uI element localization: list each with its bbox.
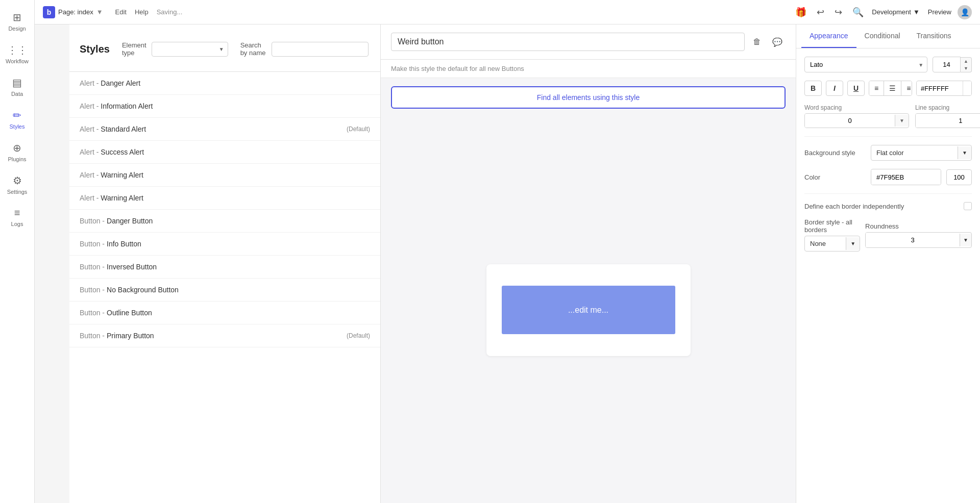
menu-edit[interactable]: Edit: [115, 8, 127, 16]
styles-header: Styles Element type ▼ Search by name 🎨 A…: [69, 24, 380, 72]
element-type-label: Element type: [122, 41, 146, 57]
preview-card: ...edit me...: [486, 264, 691, 356]
nav-label-logs: Logs: [11, 221, 23, 227]
nav-item-settings[interactable]: ⚙ Settings: [0, 168, 34, 201]
plugins-icon: ⊕: [13, 142, 21, 154]
style-item-name: Standard Alert: [101, 125, 146, 133]
nav-item-styles[interactable]: ✏ Styles: [0, 103, 34, 136]
element-type-select-wrapper: ▼: [152, 42, 228, 57]
style-category: Button -: [80, 286, 105, 294]
line-spacing-input[interactable]: [916, 114, 980, 128]
preview-area: ...edit me...: [381, 117, 796, 503]
styles-list: Alert - Danger Alert Alert - Information…: [69, 72, 380, 503]
style-list-item[interactable]: Button - Inversed Button: [69, 256, 380, 279]
align-center-button[interactable]: ☰: [884, 81, 901, 95]
subtitle-text: Make this style the default for all new …: [391, 65, 524, 72]
font-size-down-icon[interactable]: ▼: [961, 65, 971, 72]
page-dropdown-icon[interactable]: ▼: [96, 8, 103, 16]
italic-button[interactable]: I: [826, 81, 843, 96]
delete-style-button[interactable]: 🗑: [750, 34, 764, 49]
line-spacing-label: Line spacing: [915, 104, 980, 111]
styles-title: Styles: [80, 43, 110, 55]
underline-button[interactable]: U: [847, 81, 865, 96]
style-item-name: Outline Button: [107, 309, 152, 317]
environment-selector[interactable]: Development ▼: [872, 8, 919, 16]
style-list-item[interactable]: Alert - Warning Alert: [69, 164, 380, 187]
search-icon[interactable]: 🔍: [850, 5, 866, 20]
comment-button[interactable]: 💬: [769, 34, 786, 50]
tab-transitions-label: Transitions: [917, 32, 951, 40]
nav-label-data: Data: [11, 91, 23, 97]
roundness-arrow-icon[interactable]: ▼: [960, 234, 971, 246]
border-independent-label: Define each border independently: [804, 203, 959, 210]
style-list-item[interactable]: Alert - Information Alert: [69, 95, 380, 118]
word-spacing-label: Word spacing: [804, 104, 909, 111]
page-name: Page: index: [58, 8, 93, 16]
background-style-label: Background style: [804, 149, 866, 157]
style-list-item[interactable]: Alert - Success Alert: [69, 141, 380, 164]
font-family-select[interactable]: Lato: [804, 57, 927, 72]
preview-button[interactable]: Preview: [928, 8, 951, 16]
text-color-hex-input[interactable]: [917, 82, 963, 95]
style-list-item[interactable]: Button - No Background Button: [69, 279, 380, 301]
word-spacing-arrow-icon[interactable]: ▼: [895, 115, 909, 127]
font-size-up-icon[interactable]: ▲: [961, 58, 971, 65]
style-list-item[interactable]: Alert - Danger Alert: [69, 72, 380, 95]
align-right-button[interactable]: ≡: [901, 81, 912, 95]
style-category: Button -: [80, 263, 105, 271]
align-left-button[interactable]: ≡: [869, 81, 884, 95]
preview-button-text: ...edit me...: [568, 306, 608, 315]
text-color-swatch[interactable]: [963, 81, 971, 95]
divider-1: [804, 136, 972, 137]
tab-transitions[interactable]: Transitions: [909, 24, 960, 48]
font-size-stepper[interactable]: ▲ ▼: [961, 57, 972, 72]
topbar: b Page: index ▼ Edit Help Saving... 🎁 ↩ …: [35, 0, 980, 24]
border-independent-checkbox[interactable]: [964, 202, 972, 210]
find-elements-button[interactable]: Find all elements using this style: [391, 86, 786, 109]
style-list-item[interactable]: Button - Outline Button: [69, 301, 380, 324]
style-category: Alert -: [80, 171, 99, 179]
nav-item-workflow[interactable]: ⋮⋮ Workflow: [0, 38, 34, 70]
topbar-menu: Edit Help Saving...: [115, 8, 183, 16]
nav-item-data[interactable]: ▤ Data: [0, 70, 34, 103]
font-size-input[interactable]: [933, 57, 961, 72]
user-avatar[interactable]: 👤: [958, 5, 972, 19]
style-item-name: Danger Alert: [101, 79, 140, 87]
border-style-dropdown[interactable]: None ▼: [804, 236, 860, 252]
color-hex-input[interactable]: [871, 170, 941, 185]
bold-button[interactable]: B: [804, 81, 822, 96]
spacing-row: Word spacing ▼ Line spacing ▼ Letter spa…: [804, 104, 972, 128]
menu-help[interactable]: Help: [135, 8, 149, 16]
word-spacing-input[interactable]: [805, 114, 895, 128]
nav-item-logs[interactable]: ≡ Logs: [0, 201, 34, 233]
style-list-item[interactable]: Button - Danger Button: [69, 210, 380, 233]
properties-tabs: Appearance Conditional Transitions: [796, 24, 980, 48]
style-list-item[interactable]: Button - Info Button: [69, 233, 380, 256]
background-style-dropdown[interactable]: Flat color ▼: [871, 145, 972, 161]
redo-icon[interactable]: ↪: [832, 5, 844, 20]
styles-icon: ✏: [13, 109, 21, 121]
nav-item-design[interactable]: ⊞ Design: [0, 5, 34, 38]
style-category: Alert -: [80, 102, 99, 110]
gift-icon[interactable]: 🎁: [793, 5, 808, 20]
tab-conditional[interactable]: Conditional: [856, 24, 909, 48]
style-item-name: No Background Button: [107, 286, 179, 294]
nav-item-plugins[interactable]: ⊕ Plugins: [0, 136, 34, 168]
search-input[interactable]: [272, 42, 369, 57]
preview-button[interactable]: ...edit me...: [502, 286, 675, 334]
color-label: Color: [804, 173, 866, 181]
style-list-item[interactable]: Button - Primary Button (Default): [69, 324, 380, 347]
opacity-input[interactable]: [946, 169, 972, 185]
style-item-name: Inversed Button: [107, 263, 157, 271]
roundness-input[interactable]: [866, 233, 960, 247]
style-category: Alert -: [80, 125, 99, 133]
environment-label: Development: [872, 8, 911, 16]
style-name-input[interactable]: [391, 33, 745, 51]
style-list-item[interactable]: Alert - Warning Alert: [69, 187, 380, 210]
tab-appearance[interactable]: Appearance: [801, 24, 856, 48]
style-list-item[interactable]: Alert - Standard Alert (Default): [69, 118, 380, 141]
search-label: Search by name: [240, 41, 266, 57]
style-category: Button -: [80, 332, 105, 340]
undo-icon[interactable]: ↩: [815, 5, 826, 20]
element-type-select[interactable]: [152, 42, 228, 57]
